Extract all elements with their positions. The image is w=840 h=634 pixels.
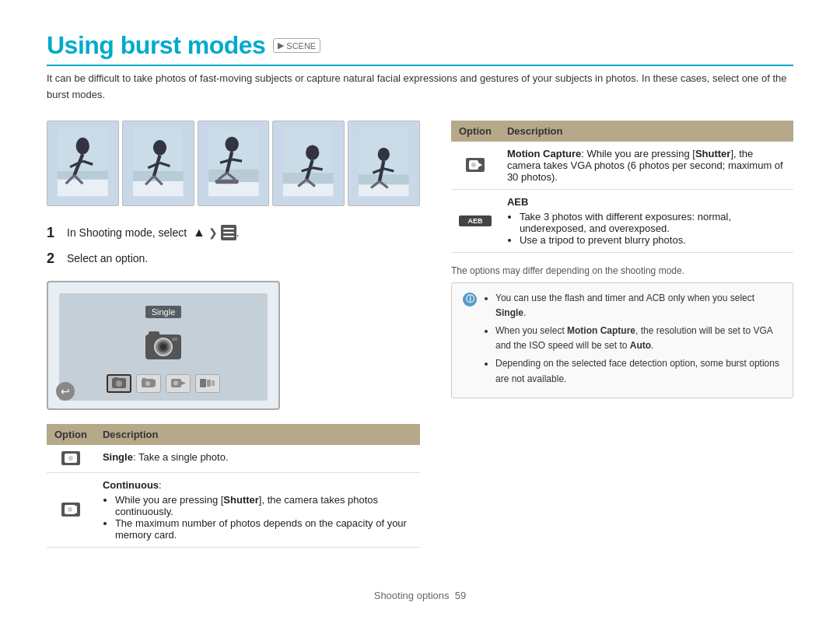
right-option-table: Option Description Motion Capture: While…	[451, 121, 793, 253]
mode-continuous-icon[interactable]	[136, 374, 161, 393]
single-desc-cell: Single: Take a single photo.	[95, 445, 420, 473]
continuous-desc-cell: Continuous: While you are pressing [Shut…	[95, 472, 420, 547]
motion-icon-cell	[451, 142, 499, 190]
steps: 1 In Shooting mode, select ▲ ❯ . 2 Selec…	[47, 225, 420, 267]
camera-ui-inner: Single	[59, 293, 268, 401]
step-2: 2 Select an option.	[47, 250, 420, 267]
continuous-bullet-2: The maximum number of photos depends on …	[115, 517, 412, 541]
svg-point-53	[160, 344, 166, 350]
note-content: You can use the flash and timer and ACB …	[485, 291, 782, 390]
page-title: Using burst modes	[47, 31, 265, 60]
single-desc-title: Single	[103, 451, 133, 463]
snowboarder-svg-2	[130, 129, 187, 196]
step-1-num: 1	[47, 225, 59, 241]
svg-rect-59	[142, 378, 146, 380]
svg-point-31	[306, 145, 320, 160]
right-table-header-option: Option	[451, 121, 499, 142]
single-desc-text: : Take a single photo.	[133, 451, 229, 463]
svg-rect-47	[223, 232, 234, 233]
may-differ-text: The options may differ depending on the …	[451, 265, 793, 276]
svg-line-26	[232, 159, 242, 161]
svg-point-12	[153, 140, 166, 155]
svg-point-3	[76, 138, 89, 155]
table-row-motion: Motion Capture: While you are pressing […	[451, 142, 793, 190]
svg-point-64	[173, 381, 178, 386]
aeb-icon-cell: AEB	[451, 189, 499, 252]
mode-icons-row	[107, 374, 220, 393]
badge-label: SCENE	[286, 41, 316, 51]
right-column: Option Description Motion Capture: While…	[451, 121, 793, 398]
mode-motion-icon[interactable]	[166, 374, 191, 393]
mode-aeb-icon[interactable]	[195, 374, 220, 393]
page-title-section: Using burst modes ▶ SCENE	[47, 31, 793, 66]
single-mode-icon	[61, 451, 80, 465]
left-option-table: Option Description Single: Take a single…	[47, 424, 420, 548]
svg-rect-67	[212, 380, 215, 386]
right-table-header-desc: Description	[499, 121, 793, 142]
photo-card-5	[348, 121, 420, 206]
step-2-num: 2	[47, 250, 59, 267]
photo-card-2	[122, 121, 194, 206]
photo-card-1	[47, 121, 119, 206]
table-row-aeb: AEB AEB Take 3 photos with different exp…	[451, 189, 793, 252]
mountain-icon: ▲	[193, 226, 205, 240]
continuous-colon: :	[159, 479, 162, 491]
svg-rect-48	[223, 236, 234, 237]
step-1: 1 In Shooting mode, select ▲ ❯ .	[47, 225, 420, 241]
svg-point-69	[68, 456, 73, 461]
photo-strip	[47, 121, 420, 206]
svg-marker-74	[478, 163, 482, 167]
svg-point-72	[68, 507, 72, 512]
note-item-1: You can use the flash and timer and ACB …	[495, 291, 782, 321]
single-icon-cell	[47, 445, 95, 473]
aeb-bullet-2: Use a tripod to prevent blurry photos.	[520, 234, 786, 246]
svg-rect-50	[149, 331, 159, 336]
aeb-mode-icon: AEB	[459, 215, 492, 226]
snowboarder-svg-4	[280, 129, 337, 196]
svg-rect-65	[200, 379, 206, 387]
back-button[interactable]: ↩	[56, 382, 75, 401]
svg-rect-56	[114, 377, 118, 380]
aeb-bullet-1: Take 3 photos with different exposures: …	[520, 211, 786, 234]
arrow-right-icon: ❯	[208, 226, 218, 239]
svg-point-40	[378, 148, 390, 161]
footer-page-num: 59	[455, 590, 466, 601]
intro-text: It can be difficult to take photos of fa…	[47, 71, 793, 103]
svg-rect-11	[133, 181, 184, 196]
svg-line-36	[313, 168, 323, 170]
step-1-icons: ▲ ❯	[193, 225, 236, 240]
left-table-header-desc: Description	[95, 424, 420, 445]
motion-mode-icon	[466, 158, 485, 172]
left-column: 1 In Shooting mode, select ▲ ❯ . 2 Selec…	[47, 121, 420, 560]
note-item-3: Depending on the selected face detection…	[495, 356, 782, 386]
camera-icon: ▶	[278, 40, 284, 51]
continuous-icon-cell	[47, 472, 95, 547]
snowboarder-svg-1	[54, 129, 111, 196]
snowboarder-svg-3	[205, 129, 262, 196]
svg-rect-39	[359, 185, 409, 197]
svg-rect-71	[75, 506, 77, 513]
svg-rect-20	[208, 182, 259, 196]
mode-single-icon[interactable]	[107, 374, 131, 393]
photo-card-3	[198, 121, 270, 206]
svg-rect-27	[215, 180, 238, 184]
photo-card-4	[272, 121, 345, 206]
step-2-text: Select an option.	[67, 252, 148, 264]
camera-icon-large	[143, 323, 184, 363]
svg-point-75	[471, 163, 476, 167]
note-item-2: When you select Motion Capture, the reso…	[495, 324, 782, 353]
note-icon: ⓘ	[463, 292, 477, 306]
table-row-continuous: Continuous: While you are pressing [Shut…	[47, 472, 420, 547]
svg-rect-46	[223, 228, 234, 229]
step-1-text: In Shooting mode, select ▲ ❯ .	[67, 225, 240, 240]
svg-rect-61	[154, 380, 156, 387]
aeb-desc-cell: AEB Take 3 photos with different exposur…	[499, 189, 793, 252]
footer-text: Shooting options	[374, 590, 450, 601]
note-box: ⓘ You can use the flash and timer and AC…	[451, 282, 793, 398]
motion-desc-cell: Motion Capture: While you are pressing […	[499, 142, 793, 190]
main-layout: 1 In Shooting mode, select ▲ ❯ . 2 Selec…	[47, 121, 793, 560]
svg-rect-30	[283, 184, 334, 197]
footer: Shooting options 59	[47, 583, 793, 601]
svg-point-60	[145, 381, 150, 386]
svg-point-21	[225, 137, 238, 152]
